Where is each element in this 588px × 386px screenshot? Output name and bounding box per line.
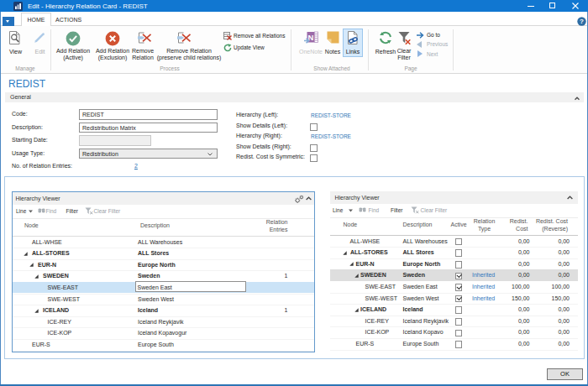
svg-text:?: ?	[580, 18, 584, 25]
